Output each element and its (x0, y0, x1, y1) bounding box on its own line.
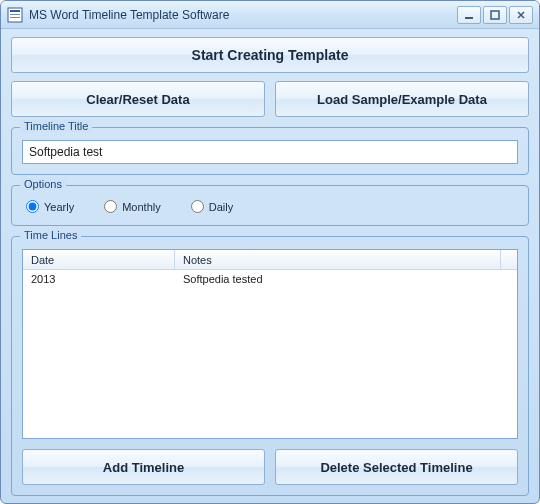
radio-monthly-input[interactable] (104, 200, 117, 213)
options-group: Options Yearly Monthly Daily (11, 185, 529, 226)
radio-yearly-label: Yearly (44, 201, 74, 213)
options-legend: Options (20, 178, 66, 190)
close-button[interactable] (509, 6, 533, 24)
timelines-legend: Time Lines (20, 229, 81, 241)
radio-daily-label: Daily (209, 201, 233, 213)
timelines-listview[interactable]: Date Notes 2013 Softpedia tested (22, 249, 518, 439)
column-header-date[interactable]: Date (23, 250, 175, 269)
titlebar: MS Word Timeline Template Software (1, 1, 539, 29)
radio-monthly-label: Monthly (122, 201, 161, 213)
radio-daily[interactable]: Daily (191, 200, 233, 213)
timeline-title-input[interactable] (22, 140, 518, 164)
minimize-button[interactable] (457, 6, 481, 24)
radio-monthly[interactable]: Monthly (104, 200, 161, 213)
cell-date: 2013 (23, 273, 175, 285)
options-radio-row: Yearly Monthly Daily (22, 198, 518, 215)
window-controls (457, 6, 533, 24)
add-timeline-button[interactable]: Add Timeline (22, 449, 265, 485)
timeline-title-group: Timeline Title (11, 127, 529, 175)
svg-rect-5 (491, 11, 499, 19)
client-area: Start Creating Template Clear/Reset Data… (1, 29, 539, 504)
start-creating-button[interactable]: Start Creating Template (11, 37, 529, 73)
timeline-title-legend: Timeline Title (20, 120, 92, 132)
svg-rect-3 (10, 17, 20, 18)
app-window: MS Word Timeline Template Software Start… (0, 0, 540, 504)
radio-yearly-input[interactable] (26, 200, 39, 213)
column-header-notes[interactable]: Notes (175, 250, 501, 269)
maximize-button[interactable] (483, 6, 507, 24)
timeline-buttons-row: Add Timeline Delete Selected Timeline (22, 449, 518, 485)
svg-rect-1 (10, 10, 20, 12)
radio-yearly[interactable]: Yearly (26, 200, 74, 213)
app-icon (7, 7, 23, 23)
delete-timeline-button[interactable]: Delete Selected Timeline (275, 449, 518, 485)
window-title: MS Word Timeline Template Software (29, 8, 457, 22)
table-row[interactable]: 2013 Softpedia tested (23, 270, 517, 288)
clear-reset-button[interactable]: Clear/Reset Data (11, 81, 265, 117)
cell-notes: Softpedia tested (175, 273, 517, 285)
radio-daily-input[interactable] (191, 200, 204, 213)
timelines-group: Time Lines Date Notes 2013 Softpedia tes… (11, 236, 529, 496)
listview-header: Date Notes (23, 250, 517, 270)
load-sample-button[interactable]: Load Sample/Example Data (275, 81, 529, 117)
column-header-spacer (501, 250, 517, 269)
svg-rect-4 (465, 17, 473, 19)
svg-rect-2 (10, 14, 20, 15)
action-row: Clear/Reset Data Load Sample/Example Dat… (11, 81, 529, 117)
